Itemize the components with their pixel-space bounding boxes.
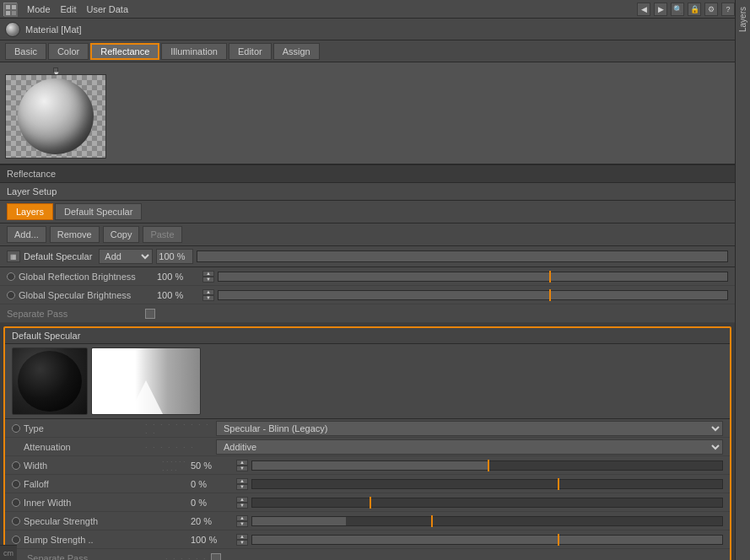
global-reflection-up[interactable]: ▲ xyxy=(202,271,214,277)
help-icon[interactable]: ? xyxy=(721,3,735,16)
tab-illumination[interactable]: Illumination xyxy=(161,43,227,60)
ds-type-radio[interactable] xyxy=(12,424,20,433)
svg-rect-1 xyxy=(6,5,10,9)
preview-collapse-arrow[interactable]: ▾ xyxy=(53,67,58,73)
menu-user-data[interactable]: User Data xyxy=(87,4,129,14)
tab-reflectance[interactable]: Reflectance xyxy=(90,43,159,60)
global-specular-up[interactable]: ▲ xyxy=(202,289,214,295)
tab-basic[interactable]: Basic xyxy=(5,43,46,60)
layer-slider-fill xyxy=(197,251,727,261)
material-sphere-icon xyxy=(5,22,20,37)
ds-type-dots: · · · · · · · · · · · xyxy=(145,420,213,437)
ds-width-dots: · · · · · · · · · · xyxy=(162,457,187,474)
ds-separate-pass-label: Separate Pass xyxy=(27,553,162,561)
ds-preview-row xyxy=(5,344,730,419)
tab-editor[interactable]: Editor xyxy=(229,43,272,60)
ds-falloff-down[interactable]: ▼ xyxy=(236,484,248,490)
global-reflection-slider-fill xyxy=(219,272,727,281)
paste-button[interactable]: Paste xyxy=(143,226,181,243)
ds-bump-strength-slider[interactable] xyxy=(251,535,723,545)
ds-separate-pass-checkbox[interactable] xyxy=(211,553,221,561)
search-icon[interactable]: 🔍 xyxy=(671,3,684,16)
ds-width-spinner[interactable]: ▲ ▼ xyxy=(236,460,248,471)
ds-specular-strength-down[interactable]: ▼ xyxy=(236,521,248,527)
global-specular-down[interactable]: ▼ xyxy=(202,295,214,301)
ds-width-value: 50 % xyxy=(191,460,233,471)
material-header: Material [Mat] xyxy=(0,19,735,40)
ds-specular-strength-spinner[interactable]: ▲ ▼ xyxy=(236,515,248,527)
global-specular-radio[interactable] xyxy=(7,291,15,299)
menu-mode[interactable]: Mode xyxy=(27,4,51,14)
sidebar-layers-label[interactable]: Layers xyxy=(738,3,747,35)
global-reflection-slider[interactable] xyxy=(218,272,728,282)
add-button[interactable]: Add... xyxy=(7,226,46,243)
ds-bump-strength-up[interactable]: ▲ xyxy=(236,534,248,540)
ds-attenuation-select[interactable]: Additive Average xyxy=(216,439,723,455)
ds-specular-strength-value: 20 % xyxy=(191,516,233,526)
ds-specular-strength-label: Specular Strength xyxy=(24,516,159,526)
ds-falloff-radio[interactable] xyxy=(12,480,20,488)
ds-inner-width-radio[interactable] xyxy=(12,498,20,507)
ds-inner-width-up[interactable]: ▲ xyxy=(236,497,248,503)
ds-width-row: Width · · · · · · · · · · 50 % ▲ ▼ xyxy=(5,456,730,475)
lock-icon[interactable]: 🔒 xyxy=(688,3,701,16)
ds-specular-strength-slider[interactable] xyxy=(251,516,723,526)
ds-specular-strength-slider-fill xyxy=(252,517,346,525)
material-name: Material [Mat] xyxy=(25,24,82,35)
global-reflection-spinner[interactable]: ▲ ▼ xyxy=(202,271,214,283)
ds-inner-width-spinner[interactable]: ▲ ▼ xyxy=(236,497,248,509)
triangle-left-icon[interactable]: ◀ xyxy=(637,3,650,16)
ds-bump-strength-radio[interactable] xyxy=(12,536,20,544)
ds-falloff-row: Falloff 0 % ▲ ▼ xyxy=(5,475,730,493)
layer-percent-input[interactable] xyxy=(156,249,193,264)
layer-mode-select[interactable]: Add Normal Multiply xyxy=(99,249,153,264)
layer-slider[interactable] xyxy=(197,250,728,262)
ds-type-select[interactable]: Specular - Blinn (Legacy) Specular - Pho… xyxy=(216,421,723,436)
ds-inner-width-marker xyxy=(370,497,371,509)
top-icon-bar: ◀ ▶ 🔍 🔒 ⚙ ? xyxy=(637,0,735,19)
copy-button[interactable]: Copy xyxy=(103,226,140,243)
ds-falloff-marker xyxy=(558,478,559,490)
tab-color[interactable]: Color xyxy=(48,43,89,60)
svg-rect-4 xyxy=(12,11,16,15)
layer-tab-layers[interactable]: Layers xyxy=(7,203,53,220)
ds-falloff-spinner[interactable]: ▲ ▼ xyxy=(236,478,248,490)
global-specular-slider[interactable] xyxy=(218,290,728,300)
global-specular-spinner[interactable]: ▲ ▼ xyxy=(202,289,214,301)
layer-entry-name[interactable]: Default Specular xyxy=(24,251,92,261)
tab-assign[interactable]: Assign xyxy=(273,43,320,60)
ds-attenuation-dots: · · · · · · · xyxy=(145,443,213,451)
ds-separate-pass-row: Separate Pass · · · · · · xyxy=(5,549,730,560)
layer-tab-default-specular[interactable]: Default Specular xyxy=(55,203,142,220)
default-specular-section: Default Specular Type · · · · · · · · · … xyxy=(3,326,731,560)
layer-setup-row: Layer Setup xyxy=(0,183,735,201)
menu-edit[interactable]: Edit xyxy=(61,4,77,14)
layer-buttons-row: Add... Remove Copy Paste xyxy=(0,223,735,246)
global-reflection-down[interactable]: ▼ xyxy=(202,277,214,283)
ds-attenuation-row: Attenuation · · · · · · · Additive Avera… xyxy=(5,438,730,456)
layer-entry-row: ▦ Default Specular Add Normal Multiply xyxy=(0,246,735,267)
ds-bump-strength-spinner[interactable]: ▲ ▼ xyxy=(236,534,248,546)
ds-specular-strength-up[interactable]: ▲ xyxy=(236,515,248,521)
global-specular-row: Global Specular Brightness 100 % ▲ ▼ xyxy=(0,286,735,304)
ds-width-up[interactable]: ▲ xyxy=(236,460,248,466)
svg-rect-2 xyxy=(12,5,16,9)
ds-width-radio[interactable] xyxy=(12,461,20,470)
ds-falloff-slider[interactable] xyxy=(251,479,723,489)
global-specular-label: Global Specular Brightness xyxy=(19,290,154,300)
ds-falloff-up[interactable]: ▲ xyxy=(236,478,248,484)
remove-button[interactable]: Remove xyxy=(50,226,100,243)
ds-bump-strength-down[interactable]: ▼ xyxy=(236,540,248,546)
ds-inner-width-slider[interactable] xyxy=(251,498,723,508)
global-reflection-radio[interactable] xyxy=(7,272,15,281)
separate-pass-top-checkbox[interactable] xyxy=(145,309,155,319)
ds-inner-width-down[interactable]: ▼ xyxy=(236,503,248,509)
layer-entry-icon: ▦ xyxy=(7,250,20,262)
ds-width-label: Width xyxy=(24,460,159,471)
ds-width-down[interactable]: ▼ xyxy=(236,466,248,471)
settings-icon[interactable]: ⚙ xyxy=(704,3,718,16)
triangle-right-icon[interactable]: ▶ xyxy=(654,3,667,16)
ds-width-slider[interactable] xyxy=(251,460,723,471)
preview-sphere xyxy=(18,78,94,154)
ds-specular-strength-radio[interactable] xyxy=(12,517,20,525)
